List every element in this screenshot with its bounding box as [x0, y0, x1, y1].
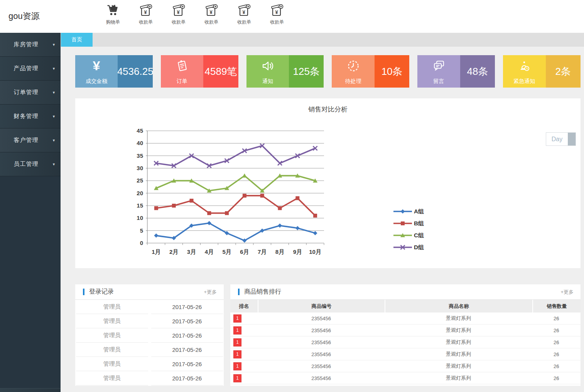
- svg-text:40: 40: [137, 140, 143, 146]
- header-action[interactable]: ¥ 收款单: [263, 3, 290, 25]
- sidebar-item-label: 订单管理: [14, 89, 39, 96]
- app-logo: gou资源: [8, 10, 40, 22]
- legend-item-A组: A组: [393, 208, 424, 215]
- login-panel-header: 登录记录 +更多: [75, 284, 224, 300]
- sidebar-item[interactable]: 财务管理 ▼: [0, 105, 61, 128]
- header-action[interactable]: 购物单: [100, 3, 127, 25]
- svg-text:2月: 2月: [169, 248, 178, 255]
- sales-column-header: 商品名称: [385, 300, 532, 313]
- sales-more-link[interactable]: +更多: [560, 289, 574, 296]
- svg-text:¥: ¥: [177, 9, 180, 15]
- receipt-add-icon: ¥: [172, 3, 186, 17]
- stat-card-left: 留言: [417, 55, 460, 88]
- clock-icon: [346, 58, 361, 74]
- login-date: 2017-05-26: [151, 371, 223, 385]
- receipt-add-icon: ¥: [237, 3, 251, 17]
- series-A组: [154, 221, 317, 243]
- header-action-label: 收款单: [237, 19, 251, 25]
- stat-card: 待处理 10条: [332, 55, 409, 88]
- stat-card-value: 4589笔: [203, 55, 238, 88]
- login-user: 管理员: [76, 300, 148, 314]
- header-action[interactable]: ¥ 收款单: [198, 3, 225, 25]
- stat-card-label: 成交金额: [86, 78, 107, 85]
- svg-text:25: 25: [137, 177, 143, 184]
- svg-text:¥: ¥: [209, 9, 213, 15]
- login-user: 管理员: [76, 343, 148, 357]
- sales-row: 1 2355456 景观灯系列 26: [230, 336, 581, 348]
- stat-card-value: 48条: [460, 55, 495, 88]
- svg-text:8月: 8月: [275, 248, 284, 255]
- product-code: 2355456: [258, 348, 385, 360]
- legend-item-C组: C组: [393, 232, 424, 238]
- legend-item-D组: D组: [393, 244, 424, 250]
- sales-qty: 26: [532, 360, 581, 372]
- login-user: 管理员: [76, 328, 148, 343]
- tab-home[interactable]: 首页: [61, 33, 93, 47]
- login-row: 管理员 2017-05-26: [75, 300, 224, 314]
- login-date: 2017-05-26: [151, 300, 223, 314]
- login-row: 管理员 2017-05-26: [75, 314, 224, 328]
- sidebar-item[interactable]: 员工管理 ▼: [0, 152, 61, 176]
- svg-text:5月: 5月: [222, 248, 231, 255]
- rank-cell: 1: [230, 324, 258, 336]
- cart-icon: [106, 3, 120, 17]
- rank-badge: 1: [233, 338, 241, 346]
- svg-text:9月: 9月: [293, 248, 302, 255]
- header-action[interactable]: ¥ 收款单: [231, 3, 258, 25]
- rank-cell: 1: [230, 348, 258, 360]
- svg-text:10月: 10月: [309, 248, 321, 255]
- rank-cell: 1: [230, 372, 258, 384]
- svg-text:A组: A组: [414, 208, 424, 215]
- chevron-down-icon: ▼: [52, 67, 56, 71]
- stat-card-value: 10条: [375, 55, 409, 88]
- sales-row: 1 2355456 景观灯系列 26: [230, 324, 581, 336]
- login-user: 管理员: [76, 357, 148, 371]
- sales-panel-title: 商品销售排行: [244, 288, 281, 296]
- sidebar-item[interactable]: 库房管理 ▼: [0, 33, 61, 57]
- svg-text:5: 5: [140, 227, 143, 234]
- sales-row: 1 2355456 景观灯系列 26: [230, 372, 581, 384]
- sidebar-item-label: 员工管理: [14, 161, 39, 168]
- login-row: 管理员 2017-05-26: [75, 328, 224, 343]
- sidebar-item[interactable]: 产品管理 ▼: [0, 57, 61, 81]
- svg-text:¥: ¥: [93, 58, 100, 73]
- stat-card-left: 订单: [161, 55, 203, 88]
- login-user: 管理员: [76, 314, 148, 328]
- product-code: 2355456: [258, 336, 385, 348]
- header-action[interactable]: ¥ 收款单: [165, 3, 192, 25]
- login-more-link[interactable]: +更多: [204, 289, 217, 296]
- product-code: 2355456: [258, 360, 385, 372]
- svg-text:C组: C组: [414, 232, 424, 238]
- accent-bar-icon: [83, 289, 84, 295]
- order-icon: [174, 58, 190, 74]
- svg-text:¥: ¥: [144, 9, 147, 15]
- sidebar-item[interactable]: 客户管理 ▼: [0, 128, 61, 152]
- sales-row: 1 2355456 景观灯系列 26: [230, 360, 581, 372]
- login-row: 管理员 2017-05-26: [75, 343, 224, 357]
- tab-bar: 首页: [61, 33, 584, 47]
- stat-card-label: 订单: [177, 78, 187, 85]
- receipt-add-icon: ¥: [139, 3, 153, 17]
- chart-panel: 销售对比分析 Day 0510152025303540451月2月3月4月5月6…: [75, 98, 581, 268]
- stat-card-value: 4536.25: [118, 55, 152, 88]
- alarm-clock-icon: [516, 58, 532, 74]
- svg-text:15: 15: [137, 202, 143, 209]
- sidebar-item-label: 客户管理: [14, 137, 39, 144]
- stat-card-label: 留言: [434, 78, 444, 85]
- login-row: 管理员 2017-05-26: [75, 357, 224, 371]
- stat-card-label: 紧急通知: [513, 78, 535, 85]
- svg-text:D组: D组: [414, 244, 424, 250]
- stat-cards: ¥ 成交金额 4536.25 订单 4589笔 通知 125条: [75, 55, 581, 88]
- sidebar-item-label: 财务管理: [14, 113, 39, 120]
- day-select[interactable]: Day: [546, 132, 576, 146]
- stat-card: ¥ 成交金额 4536.25: [75, 55, 153, 88]
- rank-badge: 1: [233, 314, 241, 323]
- svg-text:35: 35: [137, 152, 143, 159]
- login-records-panel: 登录记录 +更多 管理员 2017-05-26 管理员 2017-05-26: [75, 284, 224, 386]
- login-panel-title: 登录记录: [89, 288, 114, 296]
- sidebar-item[interactable]: 订单管理 ▼: [0, 81, 61, 105]
- stat-card-value: 2条: [546, 55, 581, 88]
- svg-text:6月: 6月: [240, 248, 249, 255]
- header-action[interactable]: ¥ 收款单: [132, 3, 159, 25]
- rank-badge: 1: [233, 374, 241, 382]
